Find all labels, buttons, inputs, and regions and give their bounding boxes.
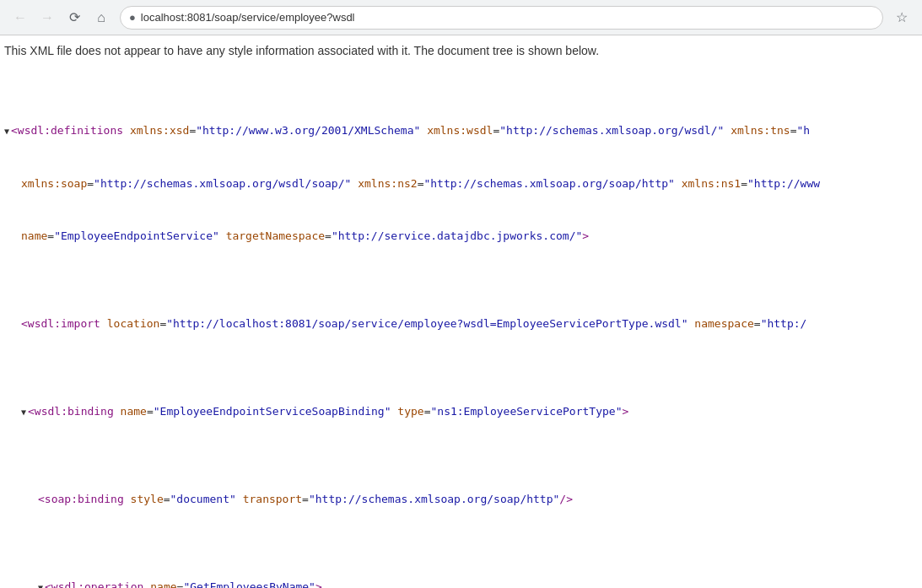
xml-line-1: ▼<wsdl:definitions xmlns:xsd="http://www…: [4, 122, 918, 140]
xml-line-3: name="EmployeeEndpointService" targetNam…: [4, 228, 918, 245]
bookmark-button[interactable]: ☆: [890, 6, 914, 30]
collapse-triangle-binding[interactable]: ▼: [21, 406, 26, 419]
address-bar[interactable]: [141, 11, 874, 24]
collapse-triangle-definitions[interactable]: ▼: [4, 125, 9, 138]
page-content: This XML file does not appear to have an…: [0, 35, 922, 588]
refresh-button[interactable]: ⟳: [62, 6, 86, 30]
nav-buttons: ← → ⟳ ⌂: [8, 6, 113, 30]
browser-toolbar: ← → ⟳ ⌂ ● ☆: [0, 0, 922, 35]
xml-import-line: <wsdl:import location="http://localhost:…: [4, 316, 918, 333]
home-button[interactable]: ⌂: [89, 6, 113, 30]
xml-line-2: xmlns:soap="http://schemas.xmlsoap.org/w…: [4, 175, 918, 193]
back-button[interactable]: ←: [8, 6, 32, 30]
info-message: This XML file does not appear to have an…: [4, 44, 918, 57]
forward-button[interactable]: →: [35, 6, 59, 30]
secure-icon: ●: [129, 11, 136, 24]
xml-op1-line: ▼<wsdl:operation name="GetEmployeesByNam…: [4, 579, 918, 588]
collapse-triangle-op1[interactable]: ▼: [38, 581, 43, 588]
address-bar-container: ●: [120, 6, 883, 30]
xml-binding-line: ▼<wsdl:binding name="EmployeeEndpointSer…: [4, 403, 918, 421]
xml-content: ▼<wsdl:definitions xmlns:xsd="http://www…: [4, 70, 918, 588]
xml-soap-binding-line: <soap:binding style="document" transport…: [4, 491, 918, 509]
